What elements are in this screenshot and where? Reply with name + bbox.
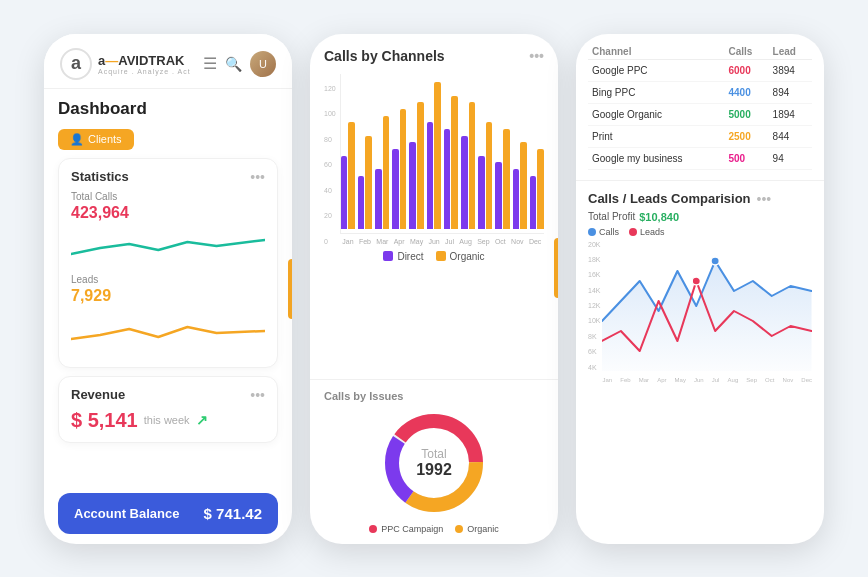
td-calls: 4400 bbox=[724, 81, 768, 103]
profit-row: Total Profit $10,840 bbox=[588, 211, 812, 223]
total-calls-label: Total Calls bbox=[71, 191, 265, 202]
leads-sparkline bbox=[71, 309, 265, 345]
total-calls-value: 423,964 bbox=[71, 204, 265, 222]
logo-icon: a bbox=[60, 48, 92, 80]
bar-chart-title: Calls by Channels ••• bbox=[324, 48, 544, 64]
td-lead: 844 bbox=[769, 125, 812, 147]
td-calls: 6000 bbox=[724, 59, 768, 81]
account-balance-card: Account Balance $ 741.42 bbox=[58, 493, 278, 534]
td-calls: 2500 bbox=[724, 125, 768, 147]
bar-direct-mar bbox=[375, 169, 382, 229]
bar-organic-feb bbox=[365, 136, 372, 229]
logo-area: a a—AVIDTRAK Acquire . Analyze . Act bbox=[60, 48, 191, 80]
bar-organic-dec bbox=[537, 149, 544, 229]
line-chart-title: Calls / Leads Comparision bbox=[588, 191, 751, 206]
bar-organic-aug bbox=[469, 102, 476, 229]
line-y-labels: 20K 18K 16K 14K 12K 10K 8K 6K 4K bbox=[588, 241, 600, 371]
x-label-dec: Dec bbox=[529, 238, 541, 245]
bar-direct-jun bbox=[427, 122, 434, 229]
line-chart-header: Calls / Leads Comparision ••• bbox=[588, 191, 812, 207]
x-label-sep: Sep bbox=[477, 238, 489, 245]
revenue-menu[interactable]: ••• bbox=[250, 387, 265, 403]
statistics-card: Statistics ••• Total Calls 423,964 Leads… bbox=[58, 158, 278, 368]
bar-organic-jul bbox=[451, 96, 458, 229]
search-icon[interactable]: 🔍 bbox=[225, 56, 242, 72]
table-header-row: Channel Calls Lead bbox=[588, 44, 812, 60]
bar-direct-nov bbox=[513, 169, 520, 229]
x-label-jun: Jun bbox=[428, 238, 439, 245]
bar-organic-sep bbox=[486, 122, 493, 229]
line-chart-menu[interactable]: ••• bbox=[757, 191, 772, 207]
revenue-value: $ 5,141 bbox=[71, 409, 138, 432]
bar-group-mar bbox=[375, 116, 389, 229]
bar-direct-jul bbox=[444, 129, 451, 229]
revenue-header: Revenue ••• bbox=[71, 387, 265, 403]
bar-direct-dec bbox=[530, 176, 537, 229]
td-lead: 894 bbox=[769, 81, 812, 103]
bar-chart-menu[interactable]: ••• bbox=[529, 48, 544, 64]
td-calls: 500 bbox=[724, 147, 768, 169]
td-channel: Google my business bbox=[588, 147, 724, 169]
legend-direct-color bbox=[383, 251, 393, 261]
td-channel: Google Organic bbox=[588, 103, 724, 125]
td-lead: 94 bbox=[769, 147, 812, 169]
x-label-feb: Feb bbox=[359, 238, 371, 245]
donut-title: Calls by Issues bbox=[324, 390, 404, 402]
y-axis-labels: 120 100 80 60 40 20 0 bbox=[324, 85, 336, 245]
statistics-title: Statistics bbox=[71, 169, 129, 184]
menu-icon[interactable]: ☰ bbox=[203, 54, 217, 73]
leads-legend-dot bbox=[629, 228, 637, 236]
th-calls: Calls bbox=[724, 44, 768, 60]
donut-label: Total 1992 bbox=[416, 447, 452, 479]
stat-header: Statistics ••• bbox=[71, 169, 265, 185]
bar-direct-apr bbox=[392, 149, 399, 229]
bar-group-feb bbox=[358, 136, 372, 229]
bar-direct-aug bbox=[461, 136, 468, 229]
trend-icon: ↗ bbox=[196, 412, 208, 428]
main-container: a a—AVIDTRAK Acquire . Analyze . Act ☰ 🔍… bbox=[0, 4, 868, 574]
td-channel: Print bbox=[588, 125, 724, 147]
legend-direct: Direct bbox=[383, 251, 423, 262]
th-channel: Channel bbox=[588, 44, 724, 60]
x-label-aug: Aug bbox=[459, 238, 471, 245]
bar-direct-oct bbox=[495, 162, 502, 229]
revenue-amount: $ 5,141 this week ↗ bbox=[71, 409, 265, 432]
organic-legend: Organic bbox=[455, 524, 499, 534]
chart-legend: Direct Organic bbox=[324, 251, 544, 262]
leads-label: Leads bbox=[71, 274, 265, 285]
bar-organic-oct bbox=[503, 129, 510, 229]
clients-button[interactable]: 👤 Clients bbox=[58, 129, 134, 150]
table-row: Bing PPC 4400 894 bbox=[588, 81, 812, 103]
legend-organic: Organic bbox=[436, 251, 485, 262]
x-label-may: May bbox=[410, 238, 423, 245]
x-label-nov: Nov bbox=[511, 238, 523, 245]
bar-group-oct bbox=[495, 129, 509, 229]
right-phone: Channel Calls Lead Google PPC 6000 3894 … bbox=[576, 34, 824, 544]
line-chart-container: Jan Feb Mar Apr May Jun Jul Aug Sep Oct … bbox=[602, 241, 812, 383]
balance-amount: $ 741.42 bbox=[204, 505, 262, 522]
table-row: Google Organic 5000 1894 bbox=[588, 103, 812, 125]
clients-icon: 👤 bbox=[70, 133, 84, 146]
middle-phone: Calls by Channels ••• 120 100 80 60 40 2… bbox=[310, 34, 558, 544]
revenue-card: Revenue ••• $ 5,141 this week ↗ bbox=[58, 376, 278, 443]
channels-table: Channel Calls Lead Google PPC 6000 3894 … bbox=[588, 44, 812, 170]
donut-chart: Total 1992 bbox=[379, 408, 489, 518]
stats-menu[interactable]: ••• bbox=[250, 169, 265, 185]
table-section: Channel Calls Lead Google PPC 6000 3894 … bbox=[576, 34, 824, 180]
table-row: Google PPC 6000 3894 bbox=[588, 59, 812, 81]
ppc-legend-dot bbox=[369, 525, 377, 533]
table-row: Google my business 500 94 bbox=[588, 147, 812, 169]
calls-legend: Calls bbox=[588, 227, 619, 237]
bar-group-sep bbox=[478, 122, 492, 229]
td-calls: 5000 bbox=[724, 103, 768, 125]
leads-value: 7,929 bbox=[71, 287, 265, 305]
bar-organic-mar bbox=[383, 116, 390, 229]
th-lead: Lead bbox=[769, 44, 812, 60]
bar-chart-section: Calls by Channels ••• 120 100 80 60 40 2… bbox=[310, 34, 558, 375]
bar-organic-nov bbox=[520, 142, 527, 229]
bar-organic-jun bbox=[434, 82, 441, 229]
bar-group-jun bbox=[427, 82, 441, 229]
bar-direct-may bbox=[409, 142, 416, 229]
header-icons: ☰ 🔍 U bbox=[203, 51, 276, 77]
td-channel: Bing PPC bbox=[588, 81, 724, 103]
